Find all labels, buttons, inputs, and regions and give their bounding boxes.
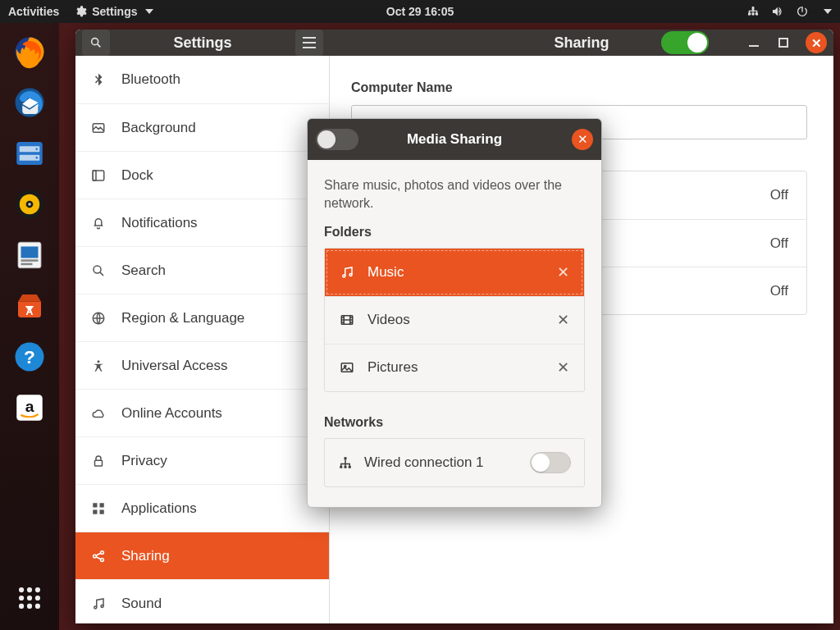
app-menu[interactable]: Settings <box>74 5 153 18</box>
svg-point-14 <box>28 203 31 206</box>
svg-rect-3 <box>756 13 758 16</box>
sharing-master-toggle[interactable] <box>661 31 709 54</box>
folders-list: Music ✕ Videos ✕ Pictures ✕ <box>324 248 585 392</box>
dock-icon <box>90 167 107 184</box>
music-icon <box>340 265 354 280</box>
svg-rect-37 <box>749 45 759 47</box>
sidebar-item-sharing[interactable]: Sharing <box>75 532 329 579</box>
dropdown-indicator-icon <box>145 9 153 14</box>
activities-button[interactable]: Activities <box>8 5 59 18</box>
window-title-right: Sharing <box>554 34 609 52</box>
sidebar-item-bluetooth[interactable]: Bluetooth <box>75 56 329 103</box>
svg-point-53 <box>94 606 97 609</box>
svg-rect-60 <box>345 457 347 459</box>
svg-point-30 <box>19 604 24 609</box>
globe-icon <box>90 310 107 326</box>
networks-label: Networks <box>324 415 585 430</box>
folders-label: Folders <box>324 225 585 240</box>
lock-icon <box>90 453 107 469</box>
window-maximize[interactable] <box>776 35 791 50</box>
svg-rect-16 <box>21 247 39 258</box>
svg-point-9 <box>35 148 38 150</box>
pictures-icon <box>340 360 354 375</box>
networks-list: Wired connection 1 <box>324 438 585 487</box>
network-icon[interactable] <box>746 5 760 18</box>
dock-libreoffice[interactable] <box>7 233 52 277</box>
sidebar-item-applications[interactable]: Applications <box>75 484 329 532</box>
svg-rect-1 <box>748 13 751 16</box>
svg-point-54 <box>101 605 103 607</box>
dock-show-apps[interactable] <box>7 576 52 620</box>
sidebar-item-dock[interactable]: Dock <box>75 151 329 199</box>
sidebar-item-search[interactable]: Search <box>75 246 329 294</box>
media-sharing-toggle[interactable] <box>316 129 358 150</box>
svg-text:a: a <box>25 398 34 415</box>
remove-folder-icon[interactable]: ✕ <box>557 358 569 377</box>
sidebar-item-notifications[interactable]: Notifications <box>75 199 329 246</box>
gear-icon <box>74 5 87 18</box>
sidebar-item-universal-access[interactable]: Universal Access <box>75 341 329 389</box>
hamburger-button[interactable] <box>295 30 323 56</box>
dialog-header: Media Sharing ✕ <box>308 119 601 160</box>
dialog-close-button[interactable]: ✕ <box>572 129 593 150</box>
svg-rect-0 <box>752 7 755 9</box>
svg-point-26 <box>35 587 40 592</box>
dialog-description: Share music, photos and videos over the … <box>324 176 585 213</box>
svg-rect-34 <box>303 37 316 39</box>
remove-folder-icon[interactable]: ✕ <box>557 263 569 281</box>
network-toggle[interactable] <box>530 452 571 473</box>
dock: A ? a <box>0 23 59 630</box>
dock-firefox[interactable] <box>7 30 52 74</box>
accessibility-icon <box>90 358 107 374</box>
svg-rect-18 <box>21 263 33 266</box>
folder-row-music[interactable]: Music ✕ <box>325 249 584 296</box>
sidebar-item-sound[interactable]: Sound <box>75 579 329 623</box>
window-title-left: Settings <box>173 34 231 52</box>
dock-amazon[interactable]: a <box>7 386 52 430</box>
volume-icon[interactable] <box>771 5 784 18</box>
network-row: Wired connection 1 <box>325 439 584 486</box>
system-menu-dropdown-icon[interactable] <box>824 9 832 14</box>
search-icon <box>90 262 107 279</box>
dock-files[interactable] <box>7 131 52 176</box>
media-sharing-dialog: Media Sharing ✕ Share music, photos and … <box>307 118 602 508</box>
svg-point-44 <box>98 360 100 363</box>
svg-rect-35 <box>303 42 316 43</box>
clock[interactable]: Oct 29 16:05 <box>386 5 454 18</box>
sidebar-item-privacy[interactable]: Privacy <box>75 436 329 484</box>
svg-rect-63 <box>349 466 351 468</box>
folder-row-pictures[interactable]: Pictures ✕ <box>325 344 584 391</box>
svg-rect-36 <box>303 47 316 48</box>
window-header: Settings Sharing ✕ <box>75 30 833 56</box>
bell-icon <box>90 215 107 231</box>
dock-software[interactable]: A <box>7 284 52 328</box>
svg-rect-2 <box>752 13 755 16</box>
sidebar-item-region[interactable]: Region & Language <box>75 294 329 341</box>
svg-point-55 <box>343 275 345 277</box>
svg-point-32 <box>35 604 40 609</box>
window-close[interactable]: ✕ <box>806 32 827 53</box>
power-icon[interactable] <box>796 5 809 18</box>
remove-folder-icon[interactable]: ✕ <box>557 311 569 329</box>
svg-point-27 <box>19 596 24 600</box>
video-icon <box>340 313 354 327</box>
dock-help[interactable]: ? <box>7 335 52 379</box>
sidebar-item-background[interactable]: Background <box>75 103 329 151</box>
svg-rect-38 <box>779 39 788 47</box>
top-bar: Activities Settings Oct 29 16:05 <box>0 0 840 23</box>
search-button[interactable] <box>82 30 110 56</box>
svg-point-31 <box>27 604 32 609</box>
dock-rhythmbox[interactable] <box>7 182 52 226</box>
settings-sidebar: Bluetooth Background Dock Notifications … <box>75 56 330 623</box>
svg-point-29 <box>35 596 40 600</box>
apps-icon <box>90 500 107 517</box>
sidebar-item-online-accounts[interactable]: Online Accounts <box>75 389 329 436</box>
svg-rect-62 <box>345 466 347 468</box>
dock-thunderbird[interactable] <box>7 80 52 125</box>
folder-row-videos[interactable]: Videos ✕ <box>325 296 584 344</box>
window-minimize[interactable] <box>746 35 761 50</box>
svg-rect-61 <box>340 466 342 468</box>
svg-rect-6 <box>16 142 43 165</box>
svg-text:?: ? <box>24 346 35 368</box>
share-icon <box>90 548 107 564</box>
